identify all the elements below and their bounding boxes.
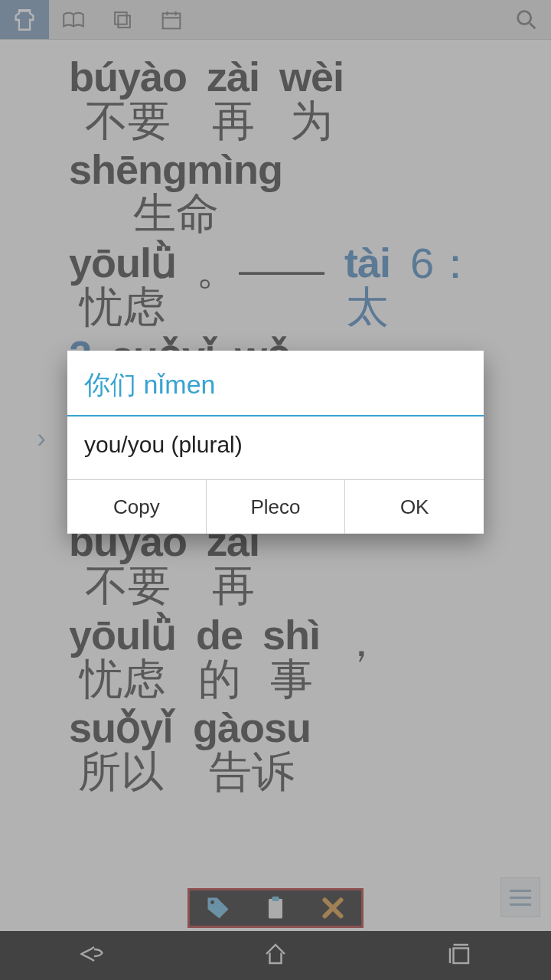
- definition-dialog: 你们 nǐmen you/you (plural) Copy Pleco OK: [67, 351, 484, 534]
- pleco-button[interactable]: Pleco: [207, 480, 346, 534]
- ok-button[interactable]: OK: [345, 480, 484, 534]
- copy-button[interactable]: Copy: [67, 480, 207, 534]
- dialog-title: 你们 nǐmen: [67, 351, 484, 416]
- dialog-body: you/you (plural): [67, 416, 484, 479]
- dialog-actions: Copy Pleco OK: [67, 479, 484, 534]
